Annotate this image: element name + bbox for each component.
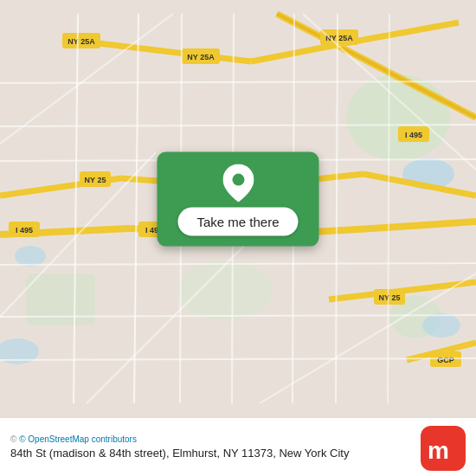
- bottom-left: © © OpenStreetMap contributors 84th St (…: [10, 434, 412, 461]
- svg-text:m: m: [428, 437, 449, 464]
- osm-link[interactable]: © OpenStreetMap contributors: [19, 434, 137, 444]
- map-attribution: © © OpenStreetMap contributors: [10, 434, 412, 444]
- address-text: 84th St (madison & 84th street), Elmhurs…: [10, 446, 412, 461]
- svg-text:NY 25: NY 25: [85, 176, 106, 184]
- location-popup: Take me there: [157, 152, 318, 247]
- svg-text:I 495: I 495: [405, 131, 422, 139]
- app: NY 25A NY 25A NY 25A NY 25 NY 25 NY 25 I…: [0, 0, 476, 476]
- moovit-logo: m: [421, 426, 466, 471]
- bottom-bar: © © OpenStreetMap contributors 84th St (…: [0, 417, 476, 476]
- popup-green-box: Take me there: [157, 152, 318, 247]
- svg-text:GCP: GCP: [437, 356, 454, 364]
- take-me-there-button[interactable]: Take me there: [177, 208, 298, 236]
- svg-point-4: [177, 261, 273, 321]
- map-container: NY 25A NY 25A NY 25A NY 25 NY 25 NY 25 I…: [0, 0, 476, 417]
- map-pin-icon: [222, 164, 254, 203]
- moovit-logo-icon: m: [421, 426, 466, 471]
- svg-text:I 495: I 495: [16, 226, 33, 235]
- svg-point-6: [422, 313, 460, 338]
- svg-point-1: [346, 74, 450, 161]
- svg-text:NY 25A: NY 25A: [187, 53, 215, 61]
- svg-text:NY 25A: NY 25A: [68, 37, 95, 46]
- svg-rect-3: [26, 273, 95, 325]
- copyright-symbol: ©: [10, 434, 19, 444]
- svg-text:NY 25: NY 25: [379, 293, 401, 302]
- svg-point-64: [232, 174, 244, 186]
- svg-point-7: [15, 246, 46, 267]
